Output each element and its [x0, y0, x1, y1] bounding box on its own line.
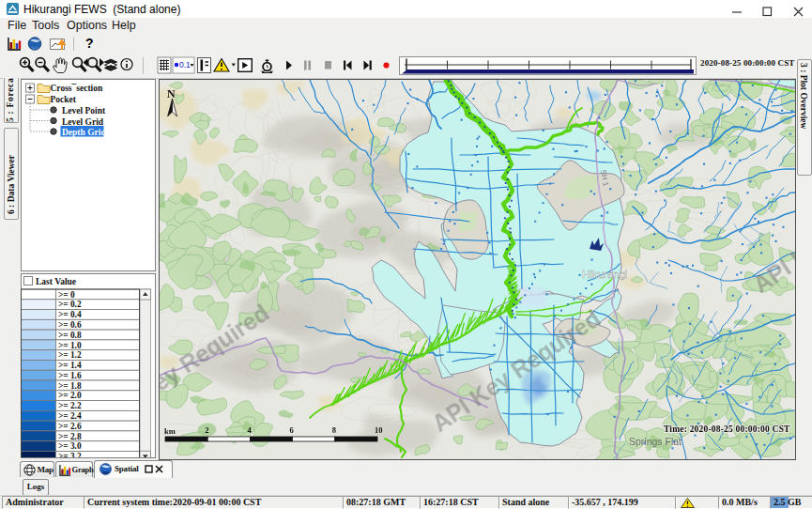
svg-text:>= 3.0: >= 3.0	[58, 441, 82, 451]
svg-text:4: 4	[247, 425, 252, 435]
svg-text:>= 2.4: >= 2.4	[58, 411, 82, 421]
svg-text:>= 2.0: >= 2.0	[58, 391, 82, 400]
svg-text:>= 0.8: >= 0.8	[58, 331, 82, 340]
svg-text:>= 1.4: >= 1.4	[58, 361, 82, 370]
svg-text:>= 2.8: >= 2.8	[58, 432, 82, 441]
svg-text:>= 0.2: >= 0.2	[58, 300, 82, 309]
svg-text:0.1: 0.1	[179, 60, 191, 69]
svg-text:Level Grid: Level Grid	[62, 117, 104, 127]
svg-text:>= 1.6: >= 1.6	[58, 371, 82, 380]
svg-text:Cross¯section: Cross¯section	[51, 84, 103, 93]
svg-text:>= 1.0: >= 1.0	[58, 341, 82, 350]
svg-text:>= 1.8: >= 1.8	[58, 381, 82, 391]
svg-text:km: km	[164, 426, 176, 436]
svg-text:Hikurangi: Hikurangi	[582, 269, 628, 280]
svg-text:Time: 2020-08-25 00:00:00 CST: Time: 2020-08-25 00:00:00 CST	[664, 424, 790, 434]
svg-text:>= 1.2: >= 1.2	[58, 350, 82, 360]
svg-text:6: 6	[290, 425, 294, 435]
svg-text:Level Point: Level Point	[62, 106, 106, 116]
svg-text:>= 0.4: >= 0.4	[58, 310, 82, 319]
svg-text:>= 0: >= 0	[58, 290, 75, 300]
svg-text:N: N	[167, 87, 176, 100]
svg-text:10: 10	[375, 425, 383, 435]
svg-text:>= 2.6: >= 2.6	[58, 422, 82, 431]
svg-text:Pocket: Pocket	[51, 95, 77, 104]
svg-text:8: 8	[332, 425, 336, 435]
svg-text:Depth Grid: Depth Grid	[62, 128, 106, 137]
svg-text:Springs Flat: Springs Flat	[629, 436, 682, 447]
svg-text:>= 2.2: >= 2.2	[58, 401, 82, 410]
svg-text:Last Value: Last Value	[36, 277, 76, 286]
svg-text:>= 3.2: >= 3.2	[58, 452, 82, 457]
svg-text:2: 2	[205, 425, 208, 435]
svg-text:>= 0.6: >= 0.6	[58, 320, 82, 330]
